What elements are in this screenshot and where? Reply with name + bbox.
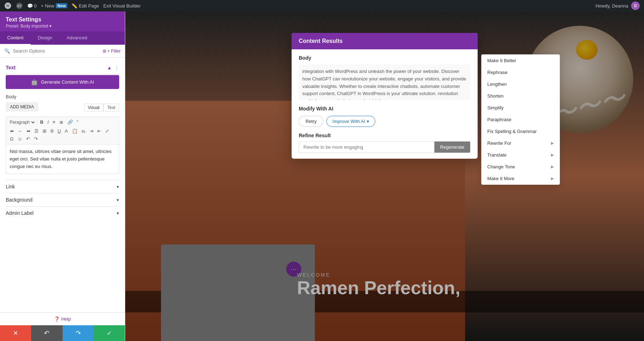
align-left-button[interactable]: ⬅ (8, 127, 16, 135)
panel-content: Text ▲ ⋮ 🤖 Generate Content With AI Body… (0, 58, 125, 312)
visual-tab[interactable]: Visual (84, 104, 103, 112)
subscript-button[interactable]: x₂ (80, 127, 88, 135)
ai-icon: 🤖 (31, 79, 38, 85)
emoji-button[interactable]: ☺ (16, 135, 24, 143)
dropdown-item-rewrite-for[interactable]: Rewrite For ▶ (482, 137, 560, 149)
panel-header: Text Settings Preset: Body imported ▾ (0, 11, 125, 31)
ul-button[interactable]: ≡ (51, 118, 57, 126)
rewrite-for-arrow: ▶ (551, 141, 554, 145)
bold-button[interactable]: B (38, 118, 45, 126)
link-button[interactable]: 🔗 (65, 118, 75, 126)
wordpress-logo: W (4, 2, 11, 9)
text-section-title: Text (6, 65, 16, 70)
comments-icon[interactable]: 💬 0 (27, 3, 36, 9)
align-right-button[interactable]: ➡ (25, 127, 32, 135)
top-bar: W ET 💬 0 + New New ✏️ Edit Page Exit Vis… (0, 0, 644, 11)
text-section-header[interactable]: Text ▲ ⋮ (6, 62, 119, 73)
undo-button[interactable]: ↶ (31, 325, 62, 341)
improve-dropdown-menu: Make It Better Rephrase Lengthen Shorten… (481, 54, 560, 185)
search-input[interactable] (13, 48, 100, 54)
tab-advanced[interactable]: Advanced (59, 31, 94, 45)
visual-text-toggle: Visual Text (84, 104, 119, 112)
refine-row: Regenerate (299, 141, 470, 153)
dropdown-item-fix-spelling[interactable]: Fix Spelling & Grammar (482, 125, 560, 137)
align-center-button[interactable]: ↔ (16, 127, 24, 135)
svg-text:ET: ET (18, 4, 22, 8)
background-section-arrow: ▾ (117, 197, 119, 203)
ol-button[interactable]: ≣ (58, 118, 65, 126)
unindent-button[interactable]: ⇤ (96, 127, 103, 135)
search-row: 🔍 ⊞ + Filter (0, 45, 125, 58)
make-it-more-arrow: ▶ (551, 176, 554, 181)
modal-body-label: Body (299, 55, 470, 61)
panel-preset[interactable]: Preset: Body imported ▾ (6, 24, 119, 29)
filter-button[interactable]: ⊞ + Filter (103, 49, 121, 54)
admin-label-section[interactable]: Admin Label ▾ (6, 206, 119, 219)
filter-icon: ⊞ (103, 49, 106, 54)
main-area: 〜〜〜 ··· WELCOME Ramen Perfection, Conten… (125, 11, 644, 341)
generate-ai-button[interactable]: 🤖 Generate Content With AI (6, 75, 119, 89)
regenerate-button[interactable]: Regenerate (434, 142, 470, 153)
help-link[interactable]: ❓ Help (54, 316, 71, 322)
text-tab[interactable]: Text (103, 104, 119, 112)
text-section-options-icon[interactable]: ⋮ (114, 65, 119, 70)
add-media-button[interactable]: ADD MEDIA (6, 102, 38, 112)
paste-button[interactable]: 📋 (70, 127, 79, 135)
justify-button[interactable]: ☰ (33, 127, 40, 135)
background-section[interactable]: Background ▾ (6, 193, 119, 206)
modal-body-text: integration with WordPress and unleash t… (299, 64, 470, 100)
save-button[interactable]: ✓ (94, 325, 125, 341)
dropdown-item-make-it-better[interactable]: Make It Better (482, 55, 560, 66)
editor-area[interactable]: Nisl massa, ultrices vitae ornare sit am… (6, 144, 119, 174)
body-label: Body (6, 94, 119, 99)
panel-bottom: ❓ Help (0, 312, 125, 325)
dropdown-item-simplify[interactable]: Simplify (482, 102, 560, 114)
quote-button[interactable]: " (75, 118, 80, 126)
left-panel: Text Settings Preset: Body imported ▾ Co… (0, 11, 125, 341)
dropdown-item-rephrase[interactable]: Rephrase (482, 66, 560, 78)
dropdown-item-lengthen[interactable]: Lengthen (482, 78, 560, 90)
close-button[interactable]: ✕ (0, 325, 31, 341)
svg-text:W: W (6, 4, 10, 8)
tab-design[interactable]: Design (31, 31, 59, 45)
underline-button[interactable]: U (56, 127, 63, 135)
dropdown-item-translate[interactable]: Translate ▶ (482, 149, 560, 161)
indent-button[interactable]: ⇥ (88, 127, 95, 135)
expand-button[interactable]: ⤢ (103, 127, 111, 135)
modal-overlay: Content Results Body integration with Wo… (125, 11, 644, 341)
special-char-button[interactable]: Ω (8, 135, 15, 143)
strikethrough-button[interactable]: S (49, 127, 55, 135)
panel-title: Text Settings (6, 16, 119, 23)
dropdown-item-change-tone[interactable]: Change Tone ▶ (482, 161, 560, 173)
table-button[interactable]: ⊞ (41, 127, 48, 135)
new-badge: New (56, 3, 68, 8)
main-layout: Text Settings Preset: Body imported ▾ Co… (0, 11, 644, 341)
modal-body: Body integration with WordPress and unle… (292, 49, 478, 159)
toolbar-divider-1 (37, 119, 37, 125)
undo-editor-button[interactable]: ↶ (24, 135, 32, 143)
color-button[interactable]: A (63, 127, 70, 135)
redo-editor-button[interactable]: ↷ (32, 135, 40, 143)
link-section-title: Link (6, 184, 15, 189)
modal-actions: Retry Improve With AI ▾ (299, 116, 470, 127)
dropdown-item-shorten[interactable]: Shorten (482, 90, 560, 102)
link-section[interactable]: Link ▾ (6, 180, 119, 193)
refine-label: Refine Result (299, 133, 470, 138)
text-section-divider (6, 74, 119, 74)
exit-builder-link[interactable]: Exit Visual Builder (103, 3, 141, 9)
dropdown-item-paraphrase[interactable]: Paraphrase (482, 114, 560, 125)
dropdown-item-make-it-more[interactable]: Make It More ▶ (482, 173, 560, 184)
redo-button[interactable]: ↷ (63, 325, 94, 341)
et-logo-icon: ET (16, 2, 23, 9)
help-icon: ❓ (54, 316, 60, 322)
refine-input[interactable] (299, 142, 434, 153)
tab-content[interactable]: Content (0, 31, 31, 45)
new-link[interactable]: + New New (41, 3, 67, 9)
italic-button[interactable]: I (45, 118, 50, 126)
paragraph-select[interactable]: Paragraph (8, 119, 36, 125)
improve-with-ai-button[interactable]: Improve With AI ▾ (326, 116, 375, 127)
edit-page-link[interactable]: ✏️ Edit Page (72, 3, 99, 9)
top-bar-left: W ET 💬 0 + New New ✏️ Edit Page Exit Vis… (4, 2, 141, 9)
retry-button[interactable]: Retry (299, 116, 323, 127)
search-icon: 🔍 (4, 48, 10, 54)
